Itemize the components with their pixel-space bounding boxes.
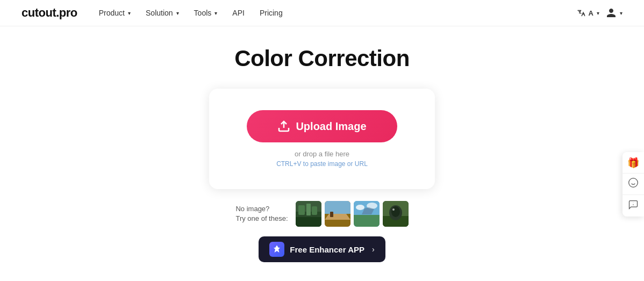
sample-image-2[interactable] — [325, 201, 350, 227]
navbar: cutout.pro Product ▾ Solution ▾ Tools ▾ … — [0, 0, 644, 26]
svg-rect-11 — [330, 212, 333, 217]
app-promo-label: Free Enhancer APP — [290, 245, 364, 254]
nav-links: Product ▾ Solution ▾ Tools ▾ API Pricing — [99, 9, 577, 17]
language-button[interactable]: A ▾ — [577, 8, 599, 18]
nav-product[interactable]: Product ▾ — [99, 9, 131, 17]
svg-point-15 — [356, 205, 364, 210]
user-menu-button[interactable]: ▾ — [606, 8, 622, 18]
page-title: Color Correction — [234, 46, 410, 71]
upload-button[interactable]: Upload Image — [247, 110, 397, 142]
svg-point-22 — [392, 208, 395, 211]
app-promo-arrow-icon: › — [372, 245, 375, 254]
lang-chevron-icon: ▾ — [597, 10, 599, 16]
nav-tools[interactable]: Tools ▾ — [194, 9, 218, 17]
face-widget[interactable] — [622, 174, 644, 195]
face-icon — [628, 177, 639, 191]
nav-right: A ▾ ▾ — [577, 8, 622, 18]
nav-pricing[interactable]: Pricing — [260, 9, 283, 17]
svg-rect-8 — [325, 201, 350, 214]
tools-chevron-icon: ▾ — [214, 10, 217, 16]
upload-icon — [277, 120, 290, 133]
svg-rect-6 — [296, 217, 321, 227]
nav-solution[interactable]: Solution ▾ — [146, 9, 179, 17]
app-icon — [269, 242, 284, 257]
sample-images — [296, 201, 409, 227]
drop-hint: or drop a file here — [295, 150, 349, 158]
product-chevron-icon: ▾ — [128, 10, 131, 16]
svg-rect-4 — [306, 204, 311, 215]
gift-widget[interactable]: 🎁 — [622, 152, 644, 174]
svg-rect-5 — [312, 206, 317, 215]
gift-icon: 🎁 — [627, 157, 639, 169]
sample-image-3[interactable] — [354, 201, 380, 227]
svg-rect-3 — [298, 205, 305, 215]
paste-hint: CTRL+V to paste image or URL — [276, 160, 368, 168]
sample-image-1[interactable] — [296, 201, 321, 227]
app-promo-banner[interactable]: Free Enhancer APP › — [259, 236, 385, 262]
right-sidebar: 🎁 — [622, 152, 644, 217]
upload-dropzone[interactable]: Upload Image or drop a file here CTRL+V … — [209, 89, 435, 189]
main-content: Color Correction Upload Image or drop a … — [0, 26, 644, 262]
nav-api[interactable]: API — [232, 9, 245, 17]
svg-rect-13 — [354, 214, 380, 227]
logo[interactable]: cutout.pro — [22, 6, 77, 20]
chat-icon — [628, 199, 639, 213]
svg-point-21 — [391, 206, 400, 217]
upload-button-label: Upload Image — [296, 120, 366, 133]
user-chevron-icon: ▾ — [620, 10, 622, 16]
svg-point-23 — [629, 178, 638, 188]
solution-chevron-icon: ▾ — [176, 10, 179, 16]
sample-image-4[interactable] — [383, 201, 409, 227]
chat-widget[interactable] — [622, 195, 644, 217]
user-icon — [606, 8, 617, 18]
svg-marker-10 — [325, 214, 350, 220]
sample-images-row: No image? Try one of these: — [235, 201, 408, 227]
translate-icon — [577, 8, 586, 18]
sample-label: No image? Try one of these: — [235, 204, 288, 224]
